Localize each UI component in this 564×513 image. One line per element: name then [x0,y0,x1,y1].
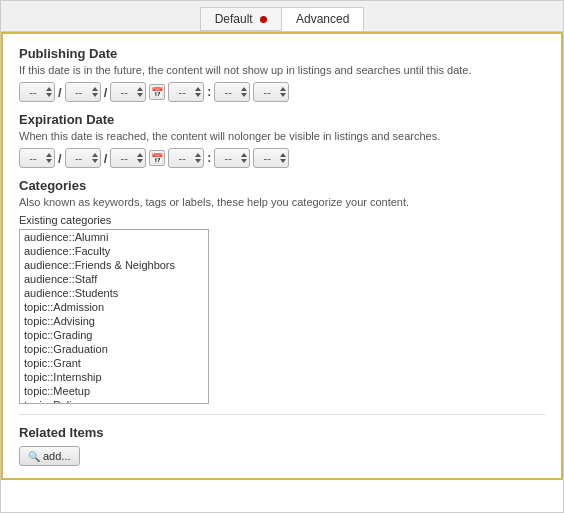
categories-desc: Also known as keywords, tags or labels, … [19,196,545,208]
list-item[interactable]: topic::Advising [20,314,208,328]
pub-year-up-arrow[interactable] [137,87,143,91]
exp-ampm-spinner[interactable]: -- [253,148,289,168]
pub-ampm-arrows[interactable] [280,87,286,97]
pub-ampm-down-arrow[interactable] [280,93,286,97]
exp-hour-spinner[interactable]: -- [168,148,204,168]
pub-month-arrows[interactable] [46,87,52,97]
pub-hour-spinner[interactable]: -- [168,82,204,102]
pub-year-down-arrow[interactable] [137,93,143,97]
pub-minute-val: -- [217,86,239,98]
content-area: Publishing Date If this date is in the f… [1,32,563,480]
exp-day-val: -- [68,152,90,164]
pub-sep1: / [58,85,62,100]
pub-day-up-arrow[interactable] [92,87,98,91]
list-item[interactable]: audience::Staff [20,272,208,286]
existing-categories-label: Existing categories [19,214,545,226]
exp-minute-spinner[interactable]: -- [214,148,250,168]
tab-bar: Default Advanced [1,1,563,32]
pub-hour-arrows[interactable] [195,87,201,97]
pub-time-colon: : [207,85,211,99]
categories-title: Categories [19,178,545,193]
pub-minute-down-arrow[interactable] [241,93,247,97]
pub-calendar-icon[interactable]: 📅 [149,84,165,100]
pub-ampm-val: -- [256,86,278,98]
exp-hour-up-arrow[interactable] [195,153,201,157]
pub-month-spinner[interactable]: -- [19,82,55,102]
pub-month-up-arrow[interactable] [46,87,52,91]
pub-day-arrows[interactable] [92,87,98,97]
list-item[interactable]: topic::Graduation [20,342,208,356]
exp-year-arrows[interactable] [137,153,143,163]
tab-default-label: Default [215,12,253,26]
exp-minute-down-arrow[interactable] [241,159,247,163]
pub-year-spinner[interactable]: -- [110,82,146,102]
list-item[interactable]: audience::Friends & Neighbors [20,258,208,272]
tab-default[interactable]: Default [200,7,281,31]
exp-hour-val: -- [171,152,193,164]
add-button[interactable]: 🔍 add... [19,446,80,466]
exp-hour-down-arrow[interactable] [195,159,201,163]
exp-year-down-arrow[interactable] [137,159,143,163]
pub-minute-arrows[interactable] [241,87,247,97]
pub-year-arrows[interactable] [137,87,143,97]
pub-minute-up-arrow[interactable] [241,87,247,91]
pub-sep2: / [104,85,108,100]
pub-ampm-spinner[interactable]: -- [253,82,289,102]
pub-month-val: -- [22,86,44,98]
exp-calendar-icon[interactable]: 📅 [149,150,165,166]
pub-hour-val: -- [171,86,193,98]
pub-minute-spinner[interactable]: -- [214,82,250,102]
pub-hour-up-arrow[interactable] [195,87,201,91]
tab-advanced[interactable]: Advanced [281,7,364,31]
exp-month-arrows[interactable] [46,153,52,163]
exp-day-arrows[interactable] [92,153,98,163]
divider [19,414,545,415]
exp-ampm-arrows[interactable] [280,153,286,163]
expiration-date-title: Expiration Date [19,112,545,127]
categories-list[interactable]: audience::Alumniaudience::Facultyaudienc… [19,229,209,404]
list-item[interactable]: topic::Internship [20,370,208,384]
exp-hour-arrows[interactable] [195,153,201,163]
list-item[interactable]: topic::Policy [20,398,208,404]
tab-advanced-label: Advanced [296,12,349,26]
exp-month-up-arrow[interactable] [46,153,52,157]
exp-ampm-down-arrow[interactable] [280,159,286,163]
pub-ampm-up-arrow[interactable] [280,87,286,91]
red-dot-icon [260,16,267,23]
pub-month-down-arrow[interactable] [46,93,52,97]
exp-day-up-arrow[interactable] [92,153,98,157]
list-item[interactable]: topic::Admission [20,300,208,314]
main-container: Default Advanced Publishing Date If this… [0,0,564,513]
exp-month-down-arrow[interactable] [46,159,52,163]
magnifier-icon: 🔍 [28,451,40,462]
list-item[interactable]: audience::Faculty [20,244,208,258]
exp-sep2: / [104,151,108,166]
pub-day-val: -- [68,86,90,98]
pub-day-spinner[interactable]: -- [65,82,101,102]
list-item[interactable]: topic::Grant [20,356,208,370]
expiration-date-row: -- / -- / -- [19,148,545,168]
publishing-date-title: Publishing Date [19,46,545,61]
pub-year-val: -- [113,86,135,98]
exp-minute-arrows[interactable] [241,153,247,163]
exp-ampm-up-arrow[interactable] [280,153,286,157]
exp-year-spinner[interactable]: -- [110,148,146,168]
exp-day-spinner[interactable]: -- [65,148,101,168]
exp-ampm-val: -- [256,152,278,164]
exp-sep1: / [58,151,62,166]
exp-time-colon: : [207,151,211,165]
pub-day-down-arrow[interactable] [92,93,98,97]
exp-year-up-arrow[interactable] [137,153,143,157]
publishing-date-desc: If this date is in the future, the conte… [19,64,545,76]
exp-day-down-arrow[interactable] [92,159,98,163]
expiration-date-desc: When this date is reached, the content w… [19,130,545,142]
exp-month-spinner[interactable]: -- [19,148,55,168]
list-item[interactable]: audience::Students [20,286,208,300]
exp-minute-up-arrow[interactable] [241,153,247,157]
list-item[interactable]: topic::Meetup [20,384,208,398]
list-item[interactable]: topic::Grading [20,328,208,342]
exp-year-val: -- [113,152,135,164]
exp-month-val: -- [22,152,44,164]
list-item[interactable]: audience::Alumni [20,230,208,244]
pub-hour-down-arrow[interactable] [195,93,201,97]
